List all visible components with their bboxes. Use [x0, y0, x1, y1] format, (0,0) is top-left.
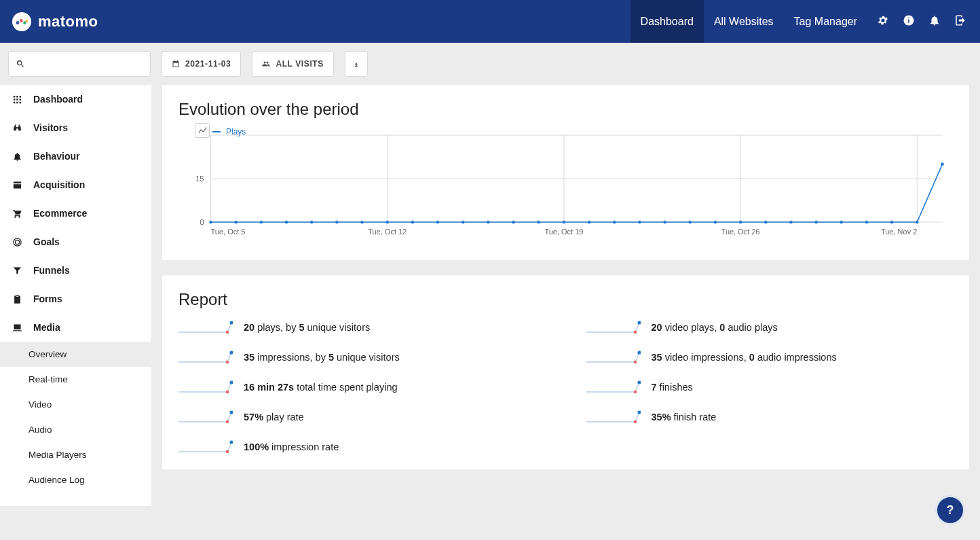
svg-point-59: [229, 350, 233, 354]
svg-point-28: [335, 221, 339, 224]
metric-text: 35 video impressions, 0 audio impression…: [652, 352, 837, 363]
svg-point-83: [637, 380, 641, 384]
report-card: Report 20 plays, by 5 unique visitors35 …: [162, 275, 969, 469]
calendar-icon: [172, 60, 180, 68]
window-icon: [12, 180, 22, 190]
svg-point-76: [633, 331, 636, 334]
svg-point-26: [285, 221, 288, 224]
svg-point-23: [209, 221, 212, 224]
metric-row: 35 video impressions, 0 audio impression…: [586, 350, 954, 365]
sidebar-sub-overview[interactable]: Overview: [0, 342, 151, 367]
sparkline: [586, 350, 641, 365]
sparkline: [178, 320, 233, 335]
sidebar-item-acquisition[interactable]: Acquisition: [0, 170, 151, 199]
metric-text: 35% finish rate: [652, 412, 717, 422]
gear-icon[interactable]: [877, 14, 889, 29]
date-picker[interactable]: 2021-11-03: [162, 51, 241, 77]
sidebar-item-funnels[interactable]: Funnels: [0, 256, 151, 285]
svg-point-31: [411, 221, 415, 224]
sidebar-item-label: Goals: [33, 236, 60, 247]
sidebar-item-forms[interactable]: Forms: [0, 285, 151, 313]
topnav-item-tag-manager[interactable]: Tag Manager: [784, 0, 867, 43]
svg-point-25: [260, 221, 263, 224]
sidebar-item-behaviour[interactable]: Behaviour: [0, 142, 151, 170]
segment-selector[interactable]: ALL VISITS: [252, 51, 333, 77]
svg-point-50: [890, 221, 894, 224]
svg-point-43: [714, 221, 717, 224]
target-icon: [12, 237, 22, 247]
evolution-card: Evolution over the period Plays 01530Tue…: [162, 85, 969, 260]
logout-icon[interactable]: [954, 14, 966, 29]
svg-text:Tue, Oct 5: Tue, Oct 5: [211, 228, 246, 236]
svg-point-72: [226, 450, 229, 453]
sidebar-item-media[interactable]: Media: [0, 313, 151, 342]
svg-point-63: [229, 380, 233, 384]
sidebar-sub-audio[interactable]: Audio: [29, 417, 151, 442]
sparkline: [178, 380, 233, 395]
sidebar-sub-media-players[interactable]: Media Players: [29, 442, 151, 467]
svg-text:Tue, Oct 19: Tue, Oct 19: [544, 228, 583, 236]
sidebar-item-goals[interactable]: Goals: [0, 228, 151, 256]
svg-point-37: [563, 221, 566, 224]
svg-point-29: [360, 221, 364, 224]
bell-icon: [12, 151, 22, 162]
sidebar: DashboardVisitorsBehaviourAcquisitionEco…: [0, 85, 151, 506]
svg-point-79: [637, 350, 641, 354]
metric-row: 100% impression rate: [178, 439, 546, 454]
search-icon: [16, 59, 25, 69]
metric-row: 7 finishes: [586, 380, 954, 395]
sidebar-item-ecommerce[interactable]: Ecommerce: [0, 199, 151, 228]
legend-label: Plays: [226, 127, 246, 137]
sidebar-item-visitors[interactable]: Visitors: [0, 113, 151, 142]
metrics-right-column: 20 video plays, 0 audio plays35 video im…: [586, 320, 954, 454]
sidebar-item-dashboard[interactable]: Dashboard: [0, 85, 151, 113]
topnav-item-dashboard[interactable]: Dashboard: [630, 0, 704, 43]
sparkline: [178, 439, 233, 454]
second-bar: 2021-11-03 ALL VISITS: [0, 43, 980, 85]
svg-point-1: [20, 19, 23, 22]
sidebar-item-label: Visitors: [33, 122, 68, 133]
chart-area: Plays 01530Tue, Oct 5Tue, Oct 12Tue, Oct…: [178, 127, 953, 245]
sidebar-sub-real-time[interactable]: Real-time: [29, 367, 151, 392]
metric-text: 100% impression rate: [244, 442, 339, 452]
sidebar-item-label: Ecommerce: [33, 208, 87, 219]
svg-text:Tue, Oct 26: Tue, Oct 26: [721, 228, 760, 236]
sidebar-sub-audience-log[interactable]: Audience Log: [29, 467, 151, 492]
chart-type-button[interactable]: [195, 123, 210, 138]
topbar: matomo DashboardAll WebsitesTag Manager: [0, 0, 980, 43]
svg-point-60: [226, 361, 229, 363]
svg-point-39: [613, 221, 616, 224]
grid-icon: [12, 94, 22, 105]
chart-legend: Plays: [212, 127, 246, 137]
svg-point-38: [588, 221, 591, 224]
metric-text: 57% play rate: [244, 412, 304, 422]
logo[interactable]: matomo: [12, 12, 98, 31]
search-input[interactable]: [8, 51, 151, 77]
report-title: Report: [178, 290, 953, 309]
svg-rect-5: [908, 19, 909, 22]
sparkline: [586, 410, 641, 425]
legend-marker: [212, 131, 221, 132]
media-icon: [12, 323, 22, 333]
svg-text:Tue, Oct 12: Tue, Oct 12: [368, 228, 407, 236]
sidebar-sub-video[interactable]: Video: [29, 392, 151, 417]
topnav-item-all-websites[interactable]: All Websites: [704, 0, 784, 43]
svg-point-56: [226, 331, 229, 334]
svg-point-24: [234, 221, 238, 224]
cart-icon: [12, 209, 22, 219]
svg-text:Tue, Nov 2: Tue, Nov 2: [881, 228, 917, 236]
info-icon[interactable]: [903, 14, 915, 29]
svg-point-64: [226, 391, 229, 393]
svg-point-40: [638, 221, 641, 224]
binoculars-icon: [12, 123, 22, 133]
svg-point-27: [310, 221, 314, 224]
svg-point-36: [537, 221, 540, 224]
metric-row: 35 impressions, by 5 unique visitors: [178, 350, 546, 365]
svg-point-46: [789, 221, 793, 224]
bell-icon[interactable]: [928, 14, 941, 29]
svg-point-45: [764, 221, 768, 224]
collapse-button[interactable]: [345, 51, 368, 77]
metric-row: 20 video plays, 0 audio plays: [586, 320, 954, 335]
svg-point-88: [633, 420, 636, 423]
logo-icon: [12, 12, 31, 31]
